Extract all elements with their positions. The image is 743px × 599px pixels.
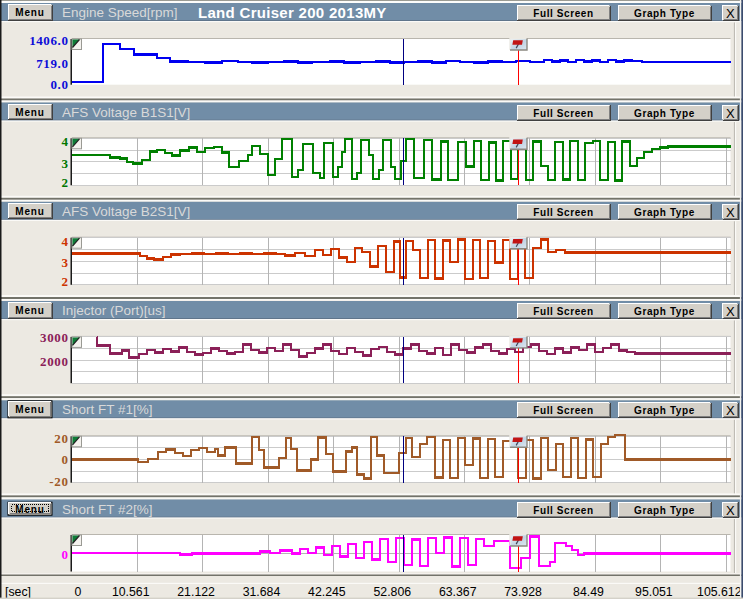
svg-text:Full Screen: Full Screen <box>533 8 594 19</box>
svg-text:31.684: 31.684 <box>243 585 281 599</box>
svg-text:73.928: 73.928 <box>504 585 542 599</box>
svg-text:X: X <box>726 403 735 418</box>
svg-text:X: X <box>726 205 735 220</box>
svg-text:-20: -20 <box>49 474 68 489</box>
svg-text:X: X <box>726 106 735 121</box>
svg-text:Graph Type: Graph Type <box>634 207 695 218</box>
svg-text:Menu: Menu <box>15 7 44 18</box>
svg-text:95.051: 95.051 <box>635 585 673 599</box>
svg-text:Graph Type: Graph Type <box>634 108 695 119</box>
svg-text:Menu: Menu <box>15 504 44 515</box>
svg-text:Full Screen: Full Screen <box>533 108 594 119</box>
svg-text:Full Screen: Full Screen <box>533 405 594 416</box>
svg-text:Menu: Menu <box>15 206 44 217</box>
svg-text:Short FT #1[%]: Short FT #1[%] <box>62 402 153 417</box>
svg-text:1406.0: 1406.0 <box>29 33 68 48</box>
svg-text:Land Cruiser 200 2013MY: Land Cruiser 200 2013MY <box>198 4 387 21</box>
svg-text:3000: 3000 <box>40 330 68 345</box>
svg-text:10.561: 10.561 <box>112 585 150 599</box>
svg-text:Menu: Menu <box>15 107 44 118</box>
svg-text:2000: 2000 <box>40 354 68 369</box>
svg-text:AFS Voltage B2S1[V]: AFS Voltage B2S1[V] <box>62 204 190 219</box>
svg-text:AFS Voltage B1S1[V]: AFS Voltage B1S1[V] <box>62 105 190 120</box>
svg-text:Graph Type: Graph Type <box>634 405 695 416</box>
svg-text:105.612: 105.612 <box>697 585 742 599</box>
svg-text:Full Screen: Full Screen <box>533 207 594 218</box>
svg-text:3: 3 <box>61 255 68 270</box>
svg-text:2: 2 <box>61 175 68 190</box>
svg-text:4: 4 <box>61 234 68 249</box>
svg-text:Graph Type: Graph Type <box>634 8 695 19</box>
svg-text:Short FT #2[%]: Short FT #2[%] <box>62 502 153 517</box>
svg-text:[sec]: [sec] <box>5 585 31 599</box>
svg-text:3: 3 <box>61 156 68 171</box>
svg-text:Engine Speed[rpm]: Engine Speed[rpm] <box>62 5 178 20</box>
svg-text:Graph Type: Graph Type <box>634 505 695 516</box>
svg-text:X: X <box>726 503 735 518</box>
svg-text:0.0: 0.0 <box>50 77 68 92</box>
svg-text:Injector (Port)[us]: Injector (Port)[us] <box>62 303 166 318</box>
svg-text:0: 0 <box>75 585 82 599</box>
svg-text:719.0: 719.0 <box>36 56 68 71</box>
svg-text:Full Screen: Full Screen <box>533 505 594 516</box>
svg-text:63.367: 63.367 <box>439 585 477 599</box>
svg-text:4: 4 <box>61 134 68 149</box>
svg-text:Menu: Menu <box>15 404 44 415</box>
svg-text:20: 20 <box>54 431 68 446</box>
svg-text:X: X <box>726 6 735 21</box>
svg-text:84.49: 84.49 <box>573 585 604 599</box>
svg-text:2: 2 <box>61 274 68 289</box>
svg-text:Graph Type: Graph Type <box>634 306 695 317</box>
svg-text:Full Screen: Full Screen <box>533 306 594 317</box>
svg-text:X: X <box>726 304 735 319</box>
svg-text:0: 0 <box>61 547 68 562</box>
svg-text:0: 0 <box>61 452 68 467</box>
svg-text:52.806: 52.806 <box>373 585 411 599</box>
svg-text:Menu: Menu <box>15 305 44 316</box>
svg-text:42.245: 42.245 <box>308 585 346 599</box>
svg-text:21.122: 21.122 <box>177 585 215 599</box>
